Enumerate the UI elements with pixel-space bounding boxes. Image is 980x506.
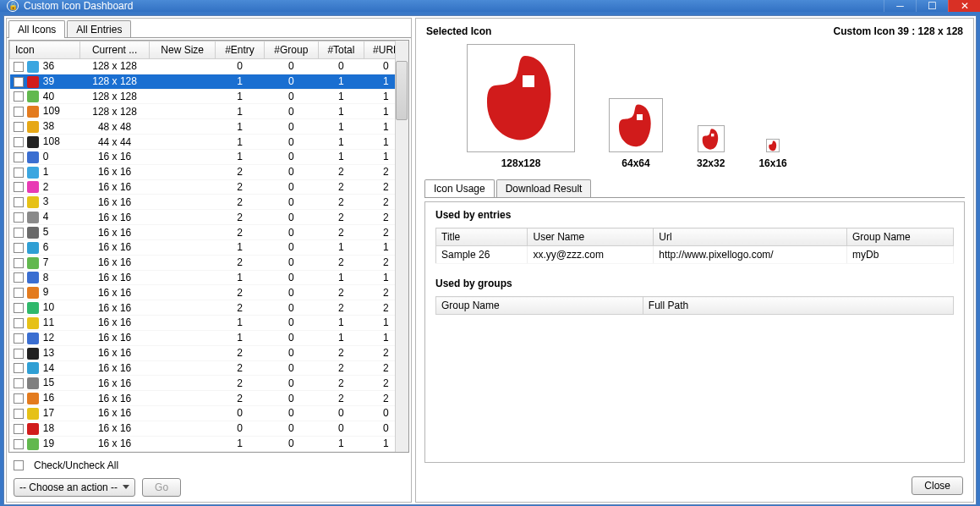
go-button[interactable]: Go: [142, 478, 181, 497]
table-row[interactable]: 10844 x 441011: [10, 135, 408, 150]
tab-all-entries[interactable]: All Entries: [67, 20, 131, 38]
row-checkbox[interactable]: [14, 378, 24, 388]
table-row[interactable]: 3848 x 481011: [10, 119, 408, 135]
maximize-button[interactable]: ☐: [916, 0, 948, 12]
icons-table[interactable]: IconCurrent ...New Size#Entry#Group#Tota…: [9, 41, 408, 452]
row-checkbox[interactable]: [14, 107, 24, 117]
row-icon: [27, 227, 39, 239]
row-checkbox[interactable]: [14, 303, 24, 313]
table-row[interactable]: 316 x 162022: [10, 195, 408, 210]
tab-all-icons[interactable]: All Icons: [8, 20, 65, 38]
used-by-entries-heading: Used by entries: [435, 209, 954, 221]
preview-16: [766, 139, 780, 152]
row-icon: [27, 348, 39, 360]
icons-panel: All Icons All Entries IconCurrent ...New…: [6, 18, 412, 503]
table-row[interactable]: 39128 x 1281011: [10, 74, 408, 89]
table-row[interactable]: 1616 x 162022: [10, 391, 408, 406]
table-row[interactable]: 516 x 162022: [10, 225, 408, 240]
row-checkbox[interactable]: [14, 258, 24, 268]
table-row[interactable]: 1416 x 162022: [10, 360, 408, 376]
groups-table[interactable]: Group Name Full Path: [435, 296, 954, 355]
row-checkbox[interactable]: [14, 62, 24, 72]
tab-icon-usage[interactable]: Icon Usage: [424, 179, 495, 197]
action-combo[interactable]: -- Choose an action --: [14, 478, 135, 497]
row-checkbox[interactable]: [14, 168, 24, 178]
close-window-button[interactable]: ✕: [948, 0, 980, 12]
table-row[interactable]: 1916 x 161011: [10, 436, 408, 451]
col-header[interactable]: New Size: [150, 41, 216, 59]
col-header[interactable]: Current ...: [80, 41, 150, 59]
row-checkbox[interactable]: [14, 409, 24, 419]
row-checkbox[interactable]: [14, 363, 24, 373]
check-all-checkbox[interactable]: Check/Uncheck All: [14, 459, 404, 471]
table-row[interactable]: 40128 x 1281011: [10, 89, 408, 104]
entry-row[interactable]: Sample 26 xx.yy@zzz.com http://www.pixel…: [436, 246, 954, 264]
table-row[interactable]: 1216 x 161011: [10, 330, 408, 345]
table-row[interactable]: 36128 x 1280000: [10, 59, 408, 74]
table-row[interactable]: 1116 x 161011: [10, 316, 408, 331]
check-all-label: Check/Uncheck All: [34, 459, 118, 471]
chevron-down-icon: [123, 485, 129, 489]
row-checkbox[interactable]: [14, 212, 24, 223]
row-icon: [27, 212, 39, 223]
row-checkbox[interactable]: [14, 288, 24, 298]
row-checkbox[interactable]: [14, 182, 24, 192]
preview-32: [698, 125, 725, 152]
preview-64: [609, 98, 663, 152]
col-groupname[interactable]: Group Name: [847, 228, 954, 246]
entries-table[interactable]: Title User Name Url Group Name Sample 26…: [435, 228, 954, 264]
row-checkbox[interactable]: [14, 272, 24, 283]
row-checkbox[interactable]: [14, 333, 24, 344]
table-row[interactable]: 616 x 161011: [10, 239, 408, 255]
table-row[interactable]: 216 x 162022: [10, 179, 408, 195]
tab-download-result[interactable]: Download Result: [496, 179, 592, 197]
col-header[interactable]: #Entry: [216, 41, 264, 59]
row-checkbox[interactable]: [14, 137, 24, 147]
row-checkbox[interactable]: [14, 197, 24, 207]
table-row[interactable]: 1516 x 162022: [10, 376, 408, 391]
close-button[interactable]: Close: [912, 476, 963, 495]
table-row[interactable]: 1816 x 160000: [10, 421, 408, 436]
col-full-path[interactable]: Full Path: [643, 297, 953, 315]
table-row[interactable]: 1716 x 160000: [10, 406, 408, 421]
icons-table-wrap: IconCurrent ...New Size#Entry#Group#Tota…: [8, 40, 409, 453]
table-row[interactable]: 916 x 162022: [10, 285, 408, 300]
col-username[interactable]: User Name: [528, 228, 654, 246]
row-checkbox[interactable]: [14, 152, 24, 162]
table-row[interactable]: 416 x 162022: [10, 210, 408, 225]
table-row[interactable]: 116 x 162022: [10, 164, 408, 179]
row-checkbox[interactable]: [14, 228, 24, 238]
scrollbar-thumb[interactable]: [396, 61, 408, 120]
minimize-button[interactable]: ─: [884, 0, 916, 12]
row-checkbox[interactable]: [14, 243, 24, 253]
row-checkbox[interactable]: [14, 393, 24, 404]
col-title[interactable]: Title: [436, 228, 528, 246]
vertical-scrollbar[interactable]: [395, 41, 408, 452]
row-icon: [27, 333, 39, 344]
table-row[interactable]: 109128 x 1281011: [10, 104, 408, 119]
table-row[interactable]: 716 x 162022: [10, 255, 408, 270]
table-row[interactable]: 1016 x 162022: [10, 300, 408, 316]
col-group-name[interactable]: Group Name: [436, 297, 643, 315]
row-checkbox[interactable]: [14, 349, 24, 359]
col-header[interactable]: #Total: [319, 41, 364, 59]
row-icon: [27, 91, 39, 102]
row-checkbox[interactable]: [14, 439, 24, 449]
row-icon: [27, 408, 39, 420]
preview-16-label: 16x16: [758, 157, 786, 169]
table-row[interactable]: 816 x 161011: [10, 270, 408, 285]
row-checkbox[interactable]: [14, 318, 24, 328]
detail-panel: Selected Icon Custom Icon 39 : 128 x 128…: [415, 18, 974, 503]
row-checkbox[interactable]: [14, 77, 24, 87]
preview-128: [467, 44, 575, 152]
row-checkbox[interactable]: [14, 424, 24, 434]
row-checkbox[interactable]: [14, 91, 24, 102]
col-header[interactable]: #Group: [264, 41, 318, 59]
col-url[interactable]: Url: [654, 228, 847, 246]
table-row[interactable]: 016 x 161011: [10, 149, 408, 164]
row-icon: [27, 181, 39, 193]
row-checkbox[interactable]: [14, 122, 24, 132]
row-icon: [27, 302, 39, 314]
table-row[interactable]: 1316 x 162022: [10, 345, 408, 360]
col-header[interactable]: Icon: [10, 41, 80, 59]
